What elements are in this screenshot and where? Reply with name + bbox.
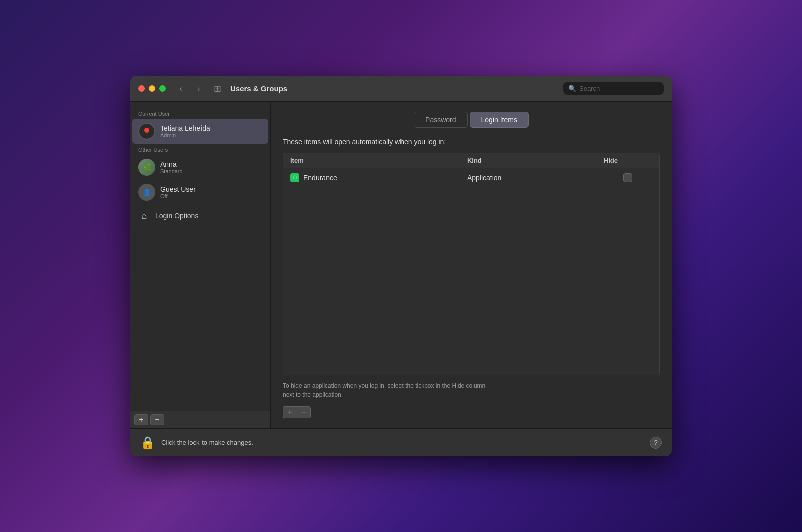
sidebar-footer: + − (130, 411, 270, 428)
table-header: Item Kind Hide (283, 153, 659, 168)
hide-checkbox[interactable] (623, 173, 632, 182)
lock-icon[interactable]: 🔒 (140, 436, 155, 450)
login-items-description: These items will open automatically when… (283, 138, 660, 146)
close-button[interactable] (138, 85, 145, 92)
table-body: ♾ Endurance Application (283, 168, 659, 375)
item-cell: ♾ Endurance (283, 169, 460, 186)
add-user-button[interactable]: + (134, 414, 148, 425)
home-icon: ⌂ (138, 210, 150, 222)
bottom-bar: 🔒 Click the lock to make changes. ? (130, 428, 672, 456)
items-table: Item Kind Hide ♾ Endurance Application (283, 153, 660, 375)
sidebar: Current User Tetiana Leheida Admin Other… (130, 102, 271, 428)
sidebar-item-anna[interactable]: 🌿 Anna Standard (130, 155, 270, 180)
login-options-label: Login Options (155, 212, 198, 220)
current-user-role: Admin (160, 132, 262, 138)
grid-icon: ⊞ (210, 82, 224, 96)
avatar-tetiana (138, 123, 155, 140)
back-button[interactable]: ‹ (174, 82, 188, 96)
table-row[interactable]: ♾ Endurance Application (283, 168, 659, 187)
current-user-info: Tetiana Leheida Admin (160, 124, 262, 138)
sidebar-item-current-user[interactable]: Tetiana Leheida Admin (132, 119, 268, 144)
search-input[interactable] (579, 85, 659, 92)
search-icon: 🔍 (568, 85, 576, 92)
sidebar-content: Current User Tetiana Leheida Admin Other… (130, 102, 270, 411)
item-name: Endurance (303, 174, 337, 182)
col-header-item: Item (283, 153, 460, 168)
window-body: Current User Tetiana Leheida Admin Other… (130, 102, 672, 428)
tab-password[interactable]: Password (414, 112, 467, 128)
search-box[interactable]: 🔍 (563, 82, 664, 95)
other-users-label: Other Users (130, 144, 270, 155)
sidebar-item-guest[interactable]: 👤 Guest User Off (130, 180, 270, 205)
traffic-lights (138, 85, 166, 92)
anna-name: Anna (160, 160, 262, 168)
forward-button[interactable]: › (192, 82, 206, 96)
guest-name: Guest User (160, 185, 262, 193)
col-header-kind: Kind (460, 153, 596, 168)
action-buttons: + − (283, 406, 660, 418)
maximize-button[interactable] (159, 85, 166, 92)
anna-info: Anna Standard (160, 160, 262, 174)
anna-role: Standard (160, 168, 262, 174)
window-title: Users & Groups (230, 84, 559, 93)
avatar-anna: 🌿 (138, 159, 155, 176)
lock-text: Click the lock to make changes. (161, 439, 644, 446)
hint-text: To hide an application when you log in, … (283, 381, 660, 399)
current-user-label: Current User (130, 108, 270, 119)
main-window: ‹ › ⊞ Users & Groups 🔍 Current User Teti… (130, 76, 672, 456)
endurance-icon: ♾ (290, 173, 299, 182)
guest-role: Off (160, 193, 262, 199)
avatar-guest: 👤 (138, 184, 155, 201)
guest-info: Guest User Off (160, 185, 262, 199)
sidebar-item-login-options[interactable]: ⌂ Login Options (130, 205, 270, 227)
minimize-button[interactable] (149, 85, 155, 92)
hide-cell (596, 169, 659, 186)
add-item-button[interactable]: + (283, 406, 297, 418)
current-user-name: Tetiana Leheida (160, 124, 262, 132)
titlebar: ‹ › ⊞ Users & Groups 🔍 (130, 76, 672, 102)
main-content: Password Login Items These items will op… (271, 102, 672, 428)
col-header-hide: Hide (596, 153, 659, 168)
remove-item-button[interactable]: − (297, 406, 311, 418)
tab-bar: Password Login Items (283, 112, 660, 128)
tab-login-items[interactable]: Login Items (470, 112, 529, 128)
help-button[interactable]: ? (650, 437, 662, 449)
remove-user-button[interactable]: − (150, 414, 164, 425)
kind-cell: Application (460, 170, 596, 186)
